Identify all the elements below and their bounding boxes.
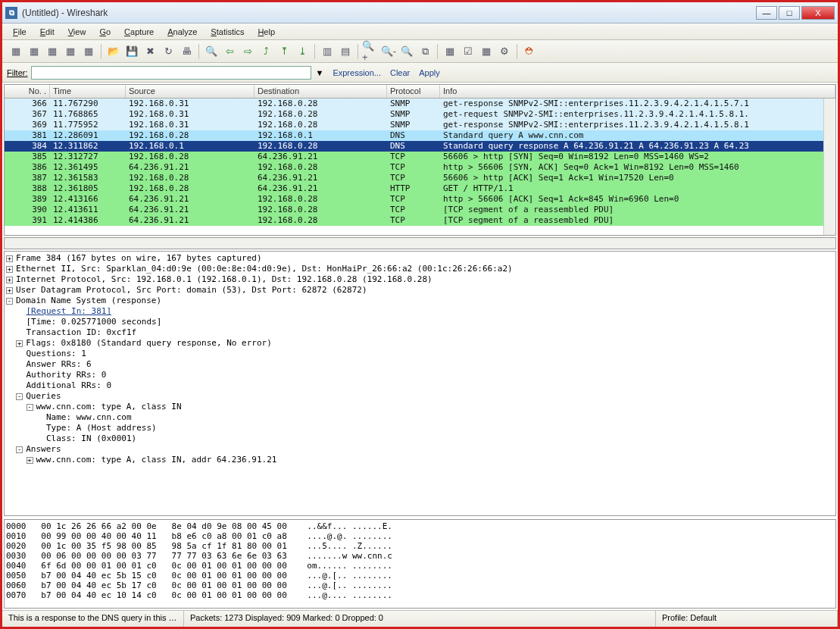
- hex-row[interactable]: 0050 b7 00 04 40 ec 5b 15 c0 0c 00 01 00…: [6, 571, 834, 580]
- packet-row[interactable]: 36911.775952192.168.0.31192.168.0.28SNMP…: [5, 120, 835, 130]
- tree-udp[interactable]: +User Datagram Protocol, Src Port: domai…: [6, 285, 834, 296]
- first-icon[interactable]: ⤒: [276, 43, 292, 60]
- clear-link[interactable]: Clear: [390, 68, 410, 77]
- coloring-rules-icon[interactable]: ▦: [478, 43, 495, 60]
- packet-row[interactable]: 38912.41316664.236.91.21192.168.0.28TCPh…: [5, 194, 835, 205]
- col-destination[interactable]: Destination: [254, 85, 387, 98]
- menu-edit[interactable]: Edit: [34, 26, 61, 38]
- reload-icon[interactable]: ↻: [160, 43, 176, 60]
- tree-dns[interactable]: -Domain Name System (response): [6, 296, 834, 306]
- find-icon[interactable]: 🔍: [203, 43, 220, 60]
- packet-row[interactable]: 39012.41361164.236.91.21192.168.0.28TCP[…: [5, 205, 835, 215]
- packet-row[interactable]: 38112.286091192.168.0.28192.168.0.1DNSSt…: [5, 130, 835, 141]
- menu-capture[interactable]: Capture: [118, 26, 160, 38]
- stop-capture-icon[interactable]: ▦: [62, 43, 79, 60]
- hex-row[interactable]: 0040 6f 6d 00 00 01 00 01 c0 0c 00 01 00…: [6, 561, 834, 571]
- collapse-icon[interactable]: -: [16, 393, 23, 400]
- tree-flags[interactable]: +Flags: 0x8180 (Standard query response,…: [6, 338, 834, 349]
- tree-request-in[interactable]: [Request In: 381]: [6, 306, 834, 317]
- open-icon[interactable]: 📂: [105, 43, 122, 60]
- back-icon[interactable]: ⇦: [221, 43, 238, 60]
- resize-cols-icon[interactable]: ⧉: [417, 43, 433, 60]
- packet-row[interactable]: 38612.36149564.236.91.21192.168.0.28TCPh…: [5, 162, 835, 173]
- tree-ip[interactable]: +Internet Protocol, Src: 192.168.0.1 (19…: [6, 274, 834, 285]
- hex-row[interactable]: 0020 00 1c 00 35 f5 98 00 85 98 5a cf 1f…: [6, 541, 834, 551]
- packet-row[interactable]: 39112.41438664.236.91.21192.168.0.28TCP[…: [5, 215, 835, 226]
- restart-capture-icon[interactable]: ▦: [80, 43, 97, 60]
- col-protocol[interactable]: Protocol: [387, 85, 440, 98]
- packet-row[interactable]: 38412.311862192.168.0.1192.168.0.28DNSSt…: [5, 141, 835, 152]
- interfaces-icon[interactable]: ▦: [8, 43, 24, 60]
- expand-icon[interactable]: +: [6, 287, 13, 294]
- menu-help[interactable]: Help: [251, 26, 281, 38]
- col-time[interactable]: Time: [50, 85, 126, 98]
- zoom-reset-icon[interactable]: 🔍: [398, 43, 415, 60]
- col-no[interactable]: No. .: [5, 85, 50, 98]
- packet-details-pane[interactable]: +Frame 384 (167 bytes on wire, 167 bytes…: [4, 251, 836, 516]
- help-icon[interactable]: ⛑: [521, 43, 538, 60]
- packet-row[interactable]: 38812.361805192.168.0.2864.236.91.21HTTP…: [5, 183, 835, 194]
- save-icon[interactable]: 💾: [123, 43, 140, 60]
- tree-query-0[interactable]: -www.cnn.com: type A, class IN: [6, 402, 834, 412]
- tree-additional-rrs[interactable]: Additional RRs: 0: [6, 380, 834, 391]
- expand-icon[interactable]: +: [6, 266, 13, 273]
- expand-icon[interactable]: +: [6, 255, 13, 262]
- tree-ethernet[interactable]: +Ethernet II, Src: Sparklan_04:d0:9e (00…: [6, 264, 834, 274]
- hex-row[interactable]: 0060 b7 00 04 40 ec 5b 17 c0 0c 00 01 00…: [6, 580, 834, 590]
- minimize-button[interactable]: —: [756, 6, 777, 20]
- tree-query-class[interactable]: Class: IN (0x0001): [6, 433, 834, 444]
- maximize-button[interactable]: □: [779, 6, 800, 20]
- capture-filters-icon[interactable]: ▦: [442, 43, 458, 60]
- col-source[interactable]: Source: [126, 85, 254, 98]
- zoom-out-icon[interactable]: 🔍-: [380, 43, 397, 60]
- print-icon[interactable]: 🖶: [178, 43, 195, 60]
- start-capture-icon[interactable]: ▦: [44, 43, 61, 60]
- filter-input[interactable]: [31, 66, 311, 80]
- tree-query-type[interactable]: Type: A (Host address): [6, 423, 834, 433]
- scrollbar-vertical[interactable]: [823, 99, 835, 235]
- packet-bytes-pane[interactable]: 0000 00 1c 26 26 66 a2 00 0e 8e 04 d0 9e…: [4, 519, 836, 609]
- menu-statistics[interactable]: Statistics: [205, 26, 250, 38]
- col-info[interactable]: Info: [440, 85, 835, 98]
- hex-row[interactable]: 0000 00 1c 26 26 66 a2 00 0e 8e 04 d0 9e…: [6, 521, 834, 531]
- expression-link[interactable]: Expression...: [333, 68, 381, 77]
- colorize-icon[interactable]: ▥: [319, 43, 336, 60]
- filter-dropdown-icon[interactable]: ▼: [316, 68, 324, 77]
- autoscroll-icon[interactable]: ▤: [337, 43, 354, 60]
- packet-row[interactable]: 38512.312727192.168.0.2864.236.91.21TCP5…: [5, 152, 835, 162]
- tree-query-name[interactable]: Name: www.cnn.com: [6, 412, 834, 423]
- tree-answers[interactable]: -Answers: [6, 444, 834, 455]
- expand-icon[interactable]: +: [27, 457, 33, 464]
- title-bar[interactable]: ⧉ (Untitled) - Wireshark — □ X: [2, 2, 838, 23]
- tree-questions[interactable]: Questions: 1: [6, 349, 834, 359]
- hex-row[interactable]: 0010 00 99 00 00 40 00 40 11 b8 e6 c0 a8…: [6, 531, 834, 541]
- expand-icon[interactable]: +: [6, 277, 13, 283]
- menu-analyze[interactable]: Analyze: [161, 26, 203, 38]
- menu-go[interactable]: Go: [93, 26, 117, 38]
- tree-time[interactable]: [Time: 0.025771000 seconds]: [6, 317, 834, 327]
- collapse-icon[interactable]: -: [6, 298, 13, 305]
- tree-authority-rrs[interactable]: Authority RRs: 0: [6, 370, 834, 380]
- apply-link[interactable]: Apply: [419, 68, 440, 77]
- forward-icon[interactable]: ⇨: [239, 43, 256, 60]
- tree-answer-0[interactable]: +www.cnn.com: type A, class IN, addr 64.…: [6, 455, 834, 465]
- menu-file[interactable]: File: [7, 26, 33, 38]
- tree-frame[interactable]: +Frame 384 (167 bytes on wire, 167 bytes…: [6, 253, 834, 264]
- prefs-icon[interactable]: ⚙: [496, 43, 513, 60]
- packet-row[interactable]: 36611.767290192.168.0.31192.168.0.28SNMP…: [5, 99, 835, 109]
- packet-list-pane[interactable]: No. . Time Source Destination Protocol I…: [4, 84, 836, 236]
- tree-answer-rrs[interactable]: Answer RRs: 6: [6, 359, 834, 370]
- last-icon[interactable]: ⤓: [294, 43, 311, 60]
- options-icon[interactable]: ▦: [26, 43, 42, 60]
- packet-list-body[interactable]: 36611.767290192.168.0.31192.168.0.28SNMP…: [5, 99, 835, 235]
- goto-icon[interactable]: ⤴: [258, 43, 274, 60]
- expand-icon[interactable]: +: [16, 340, 23, 347]
- menu-view[interactable]: View: [62, 26, 92, 38]
- packet-row[interactable]: 36711.768865192.168.0.31192.168.0.28SNMP…: [5, 109, 835, 120]
- collapse-icon[interactable]: -: [16, 446, 23, 453]
- packet-row[interactable]: 38712.361583192.168.0.2864.236.91.21TCP5…: [5, 173, 835, 183]
- display-filters-icon[interactable]: ☑: [460, 43, 476, 60]
- hex-row[interactable]: 0030 00 06 00 00 00 00 03 77 77 77 03 63…: [6, 551, 834, 561]
- close-file-icon[interactable]: ✖: [142, 43, 158, 60]
- zoom-in-icon[interactable]: 🔍+: [362, 43, 379, 60]
